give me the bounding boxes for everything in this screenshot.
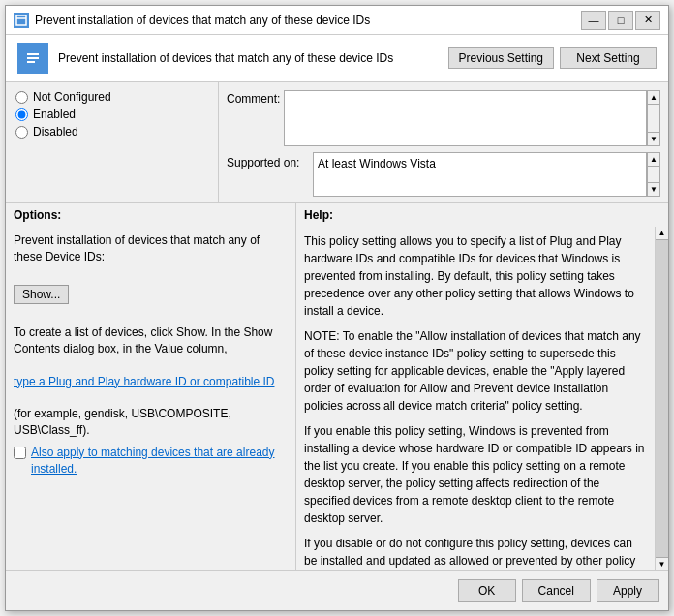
title-bar: Prevent installation of devices that mat…	[6, 6, 668, 35]
minimize-button[interactable]: —	[581, 11, 606, 30]
comment-scrollbar: ▲ ▼	[647, 90, 660, 146]
enabled-radio[interactable]	[15, 108, 28, 121]
also-apply-checkbox[interactable]	[14, 447, 26, 459]
also-apply-label: Also apply to matching devices that are …	[31, 445, 288, 477]
also-apply-row: Also apply to matching devices that are …	[14, 445, 288, 477]
header-icon	[17, 43, 48, 74]
options-content: Prevent installation of devices that mat…	[6, 227, 295, 570]
radio-panel: Not Configured Enabled Disabled	[6, 82, 219, 202]
svg-rect-0	[16, 15, 26, 25]
close-button[interactable]: ✕	[635, 11, 660, 30]
comment-scroll-up[interactable]: ▲	[648, 91, 659, 105]
help-para3: If you enable this policy setting, Windo…	[304, 422, 647, 527]
help-scroll-thumb	[656, 240, 668, 557]
cancel-button[interactable]: Cancel	[522, 579, 591, 602]
svg-rect-3	[27, 53, 39, 55]
supported-value-wrapper: At least Windows Vista ▲ ▼	[313, 152, 660, 197]
help-para1: This policy setting allows you to specif…	[304, 232, 647, 320]
enabled-option[interactable]: Enabled	[15, 108, 208, 121]
header-panel: Prevent installation of devices that mat…	[6, 35, 668, 82]
options-header: Options:	[6, 203, 295, 227]
enabled-label: Enabled	[33, 108, 76, 121]
window-icon	[14, 13, 29, 28]
comment-field-wrapper: ▲ ▼	[284, 90, 660, 146]
supported-scroll-down[interactable]: ▼	[648, 182, 659, 196]
bottom-bar: OK Cancel Apply	[6, 570, 668, 610]
options-help-section: Options: Prevent installation of devices…	[6, 202, 668, 570]
supported-value: At least Windows Vista	[313, 152, 647, 197]
help-content: This policy setting allows you to specif…	[296, 227, 655, 570]
right-top-panel: Comment: ▲ ▼ Supported on: At least Wind…	[219, 82, 668, 202]
ok-button[interactable]: OK	[458, 579, 516, 602]
previous-setting-button[interactable]: Previous Setting	[448, 47, 554, 69]
comment-label: Comment:	[227, 90, 280, 106]
not-configured-radio[interactable]	[15, 91, 28, 104]
disabled-label: Disabled	[33, 125, 78, 139]
header-title: Prevent installation of devices that mat…	[58, 51, 439, 65]
options-instruction3: (for example, gendisk, USB\COMPOSITE, US…	[14, 406, 288, 439]
help-panel: Help: This policy setting allows you to …	[296, 203, 668, 570]
supported-section: Supported on: At least Windows Vista ▲ ▼	[219, 150, 668, 202]
radio-group: Not Configured Enabled Disabled	[15, 90, 208, 139]
help-scroll-up[interactable]: ▲	[656, 227, 668, 240]
supported-label: Supported on:	[227, 152, 309, 169]
comment-scroll-track	[648, 105, 659, 132]
help-scrollbar: ▲ ▼	[655, 227, 668, 570]
supported-scrollbar: ▲ ▼	[647, 152, 660, 197]
svg-rect-4	[27, 57, 39, 59]
supported-scroll-track	[648, 167, 659, 182]
main-window: Prevent installation of devices that mat…	[5, 5, 669, 611]
not-configured-label: Not Configured	[33, 90, 111, 104]
help-header: Help:	[296, 203, 668, 227]
comment-textarea[interactable]	[284, 90, 647, 146]
help-scroll-down[interactable]: ▼	[656, 557, 668, 570]
options-description: Prevent installation of devices that mat…	[14, 232, 288, 265]
show-button[interactable]: Show...	[14, 285, 69, 304]
help-content-wrapper: This policy setting allows you to specif…	[296, 227, 668, 570]
maximize-button[interactable]: □	[608, 11, 633, 30]
help-para4: If you disable or do not configure this …	[304, 535, 647, 570]
window-controls: — □ ✕	[581, 11, 660, 30]
next-setting-button[interactable]: Next Setting	[560, 47, 657, 69]
disabled-option[interactable]: Disabled	[15, 125, 208, 139]
comment-scroll-down[interactable]: ▼	[648, 132, 659, 145]
not-configured-option[interactable]: Not Configured	[15, 90, 208, 104]
window-title: Prevent installation of devices that mat…	[35, 14, 581, 27]
help-para2: NOTE: To enable the "Allow installation …	[304, 327, 647, 415]
supported-scroll-up[interactable]: ▲	[648, 153, 659, 167]
options-panel: Options: Prevent installation of devices…	[6, 203, 296, 570]
top-section: Not Configured Enabled Disabled Comment:	[6, 82, 668, 202]
apply-button[interactable]: Apply	[597, 579, 659, 602]
disabled-radio[interactable]	[15, 126, 28, 139]
options-instruction2: type a Plug and Play hardware ID or comp…	[14, 374, 288, 390]
options-instruction1: To create a list of devices, click Show.…	[14, 324, 288, 357]
header-buttons: Previous Setting Next Setting	[448, 47, 657, 69]
svg-rect-5	[27, 61, 35, 63]
comment-section: Comment: ▲ ▼	[219, 82, 668, 150]
